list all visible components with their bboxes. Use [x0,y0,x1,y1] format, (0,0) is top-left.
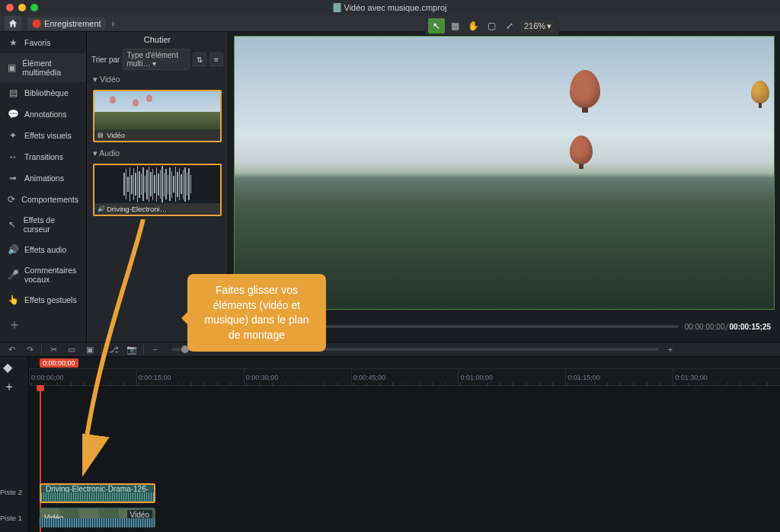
sidebar-item-favoris[interactable]: ★Favoris [0,32,86,53]
expand-tool-icon[interactable]: ⤢ [501,18,518,33]
sparkle-icon: ✦ [8,130,18,141]
audio-waveform-thumb [94,165,220,203]
sidebar-item-library[interactable]: ▤Bibliothèque [0,82,86,104]
project-title: Vidéo avec musique.cmproj [334,3,447,12]
zoom-level[interactable]: 216% ▾ [519,21,556,32]
canvas-toolbar: ↖ ▦ ✋ ▢ ⤢ 216% ▾ [425,17,559,35]
timecode-display: 00:00:00;00/00:00:15;25 [685,323,771,331]
bin-sort-row: Trier par Type d'élément multi… ▾ ⇅ ≡ [87,47,228,72]
sidebar-item-voice[interactable]: 🎤Commentaires vocaux [0,260,86,289]
sidebar-item-cursor-fx[interactable]: ↖Effets de curseur [0,210,86,239]
timeline-clip-audio[interactable]: Driving-Electronic-Drama-126-B [40,483,155,503]
bin-group-audio[interactable]: ▾ Audio [87,145,228,161]
sidebar-label: Transitions [24,152,63,161]
sort-label: Trier par [91,56,120,64]
star-icon: ★ [8,37,18,48]
cut-button[interactable]: ✂ [46,343,60,355]
video-frame [235,37,774,309]
canvas-preview[interactable] [235,37,774,309]
sidebar-item-transitions[interactable]: ↔Transitions [0,146,86,167]
grid-tool-icon[interactable]: ▦ [446,18,463,33]
arrow-right-icon: ➟ [8,173,18,183]
ruler-tick: 0:01:15;00 [567,374,600,381]
callout-text: Faites glisser vos éléments (vidéo et mu… [205,284,309,341]
timeline-clip-video[interactable]: Vidéo Vidéo [40,508,155,527]
media-item-video[interactable]: ▤Vidéo [93,90,222,142]
crop-tool-icon[interactable]: ▢ [483,18,500,33]
file-icon [334,3,341,12]
tap-icon: 👆 [8,295,18,305]
sidebar-label: Effets audio [24,245,66,254]
playhead-timecode: 0:00:00;00 [40,358,78,368]
bin-group-audio-label: Audio [99,148,120,158]
sidebar-label: Effets visuels [24,131,72,140]
bin-title: Chutier [87,32,228,47]
close-window-icon[interactable] [6,4,14,11]
sort-direction-icon[interactable]: ⇅ [193,53,206,66]
film-icon: ▤ [98,132,104,139]
sort-dropdown[interactable]: Type d'élément multi… ▾ [123,49,190,70]
record-bar: Enregistrement › [0,15,780,32]
sidebar-label: Animations [24,174,64,183]
chevron-down-icon: ▾ [547,21,551,31]
record-button[interactable]: Enregistrement [27,18,106,30]
home-button[interactable] [5,16,21,31]
pan-tool-icon[interactable]: ✋ [465,18,481,33]
sidebar-item-annotations[interactable]: 💬Annotations [0,104,86,125]
sidebar: ★Favoris ▣Élément multimédia ▤Bibliothèq… [0,32,87,342]
select-tool-icon[interactable]: ↖ [428,18,445,33]
redo-button[interactable]: ↷ [23,343,37,355]
media-item-audio[interactable]: 🔊Driving-Electroni… [93,164,222,216]
sidebar-item-media[interactable]: ▣Élément multimédia [0,53,86,82]
timeline-gutter: ◆ ＋ [0,357,29,532]
speaker-icon: 🔊 [8,244,18,255]
bin-group-video-label: Vidéo [100,75,120,84]
chevron-right-icon[interactable]: › [112,18,115,29]
sidebar-item-animations[interactable]: ➟Animations [0,167,86,189]
cursor-icon: ↖ [8,219,18,230]
record-dot-icon [32,19,41,28]
sidebar-item-behaviors[interactable]: ⟳Comportements [0,189,86,210]
view-mode-icon[interactable]: ≡ [209,53,223,66]
media-audio-label: Driving-Electroni… [107,205,167,213]
maximize-window-icon[interactable] [30,4,38,11]
add-tab-button[interactable]: ＋ [0,311,86,338]
ruler-tick: 0:00:00;00 [31,374,64,381]
sidebar-label: Annotations [24,110,66,119]
minimize-window-icon[interactable] [18,4,26,11]
sidebar-item-visual-fx[interactable]: ✦Effets visuels [0,125,86,146]
speaker-small-icon: 🔊 [98,205,104,212]
window-controls [0,4,38,11]
marker-button[interactable]: ◆ [0,357,28,377]
bin-group-video[interactable]: ▾ Vidéo [87,72,228,87]
undo-button[interactable]: ↶ [5,343,18,355]
sidebar-item-gesture[interactable]: 👆Effets gestuels [0,289,86,311]
microphone-icon: 🎤 [8,269,18,280]
ruler-tick: 0:00:45;00 [353,374,386,381]
track-label-piste1[interactable]: Piste 1 [0,514,27,522]
media-icon: ▣ [8,62,16,73]
video-thumbnail [94,91,220,129]
timecode-current: 00:00:00;00 [685,323,725,331]
sidebar-label: Effets gestuels [24,295,77,304]
copy-button[interactable]: ▭ [65,343,78,355]
instruction-callout: Faites glisser vos éléments (vidéo et mu… [187,274,326,352]
track-label-piste2[interactable]: Piste 2 [0,488,27,496]
ruler-tick: 0:01:00;00 [460,374,493,381]
sidebar-item-audio-fx[interactable]: 🔊Effets audio [0,239,86,260]
timecode-total: 00:00:15;25 [730,323,771,331]
media-video-label: Vidéo [107,131,125,139]
project-filename: Vidéo avec musique.cmproj [344,3,447,12]
transition-icon: ↔ [8,151,18,162]
zoom-in-button[interactable]: + [663,343,677,355]
add-track-button[interactable]: ＋ [0,377,28,397]
sort-value: Type d'élément multi… [126,51,178,68]
ruler-tick: 0:01:30;00 [675,374,708,381]
scrubber[interactable] [306,325,679,328]
sidebar-label: Bibliothèque [24,88,69,97]
cycle-icon: ⟳ [8,194,15,205]
sidebar-label: Favoris [24,38,50,47]
sidebar-label: Effets de curseur [24,215,78,234]
instruction-arrow-icon [82,219,174,478]
ruler-tick: 0:00:30;00 [246,374,279,381]
